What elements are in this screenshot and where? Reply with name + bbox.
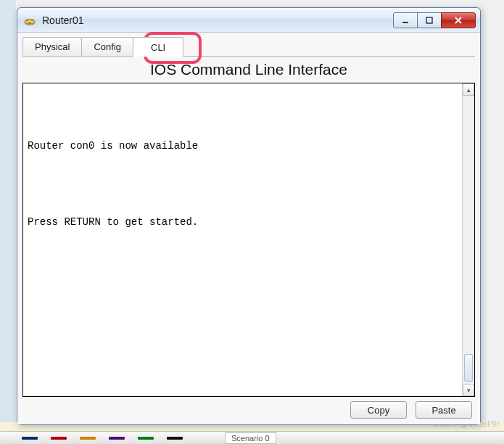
terminal-line	[28, 128, 458, 141]
tool-swatch	[51, 437, 67, 440]
close-button[interactable]	[441, 12, 476, 28]
terminal-line	[28, 292, 458, 305]
titlebar[interactable]: Router01	[17, 8, 480, 33]
router-window: Router01 Physical Config CLI IOS	[17, 7, 481, 425]
tool-swatch	[167, 437, 183, 440]
terminal-line	[28, 165, 458, 178]
terminal-line	[28, 318, 458, 331]
tool-swatch	[22, 437, 38, 440]
scroll-thumb[interactable]	[464, 354, 473, 382]
svg-point-1	[25, 19, 35, 23]
maximize-button[interactable]	[417, 12, 442, 28]
tab-bar: Physical Config CLI	[22, 36, 475, 57]
terminal-line	[28, 191, 458, 204]
tool-swatch	[80, 437, 96, 440]
copy-button[interactable]: Copy	[350, 401, 407, 419]
minimize-button[interactable]	[393, 12, 418, 28]
client-area: Physical Config CLI IOS Command Line Int…	[17, 33, 480, 424]
terminal-line	[28, 242, 458, 255]
scroll-down-arrow-icon[interactable]: ▾	[463, 384, 474, 396]
window-title: Router01	[42, 15, 394, 26]
background-left-stripe	[0, 0, 16, 444]
tab-config[interactable]: Config	[81, 37, 133, 56]
svg-rect-3	[426, 17, 432, 23]
terminal-line	[28, 178, 458, 192]
terminal-line: Router con0 is now available	[28, 140, 458, 153]
terminal-line	[28, 115, 458, 128]
pane-title: IOS Command Line Interface	[22, 61, 475, 78]
window-controls	[394, 12, 476, 28]
tool-swatch	[138, 437, 154, 440]
terminal-line	[28, 280, 458, 293]
paste-button[interactable]: Paste	[416, 401, 472, 419]
terminal-line	[28, 305, 458, 318]
tab-physical[interactable]: Physical	[22, 37, 82, 56]
terminal-output[interactable]: Router con0 is now availablePress RETURN…	[23, 83, 462, 396]
scenario-label: Scenario 0	[225, 432, 276, 444]
terminal-line	[28, 267, 458, 280]
tab-label: Physical	[35, 41, 70, 52]
terminal-line	[28, 102, 458, 115]
terminal-line	[28, 204, 458, 217]
svg-rect-2	[402, 22, 408, 23]
tab-label: Config	[94, 41, 121, 52]
terminal-line	[28, 255, 458, 268]
tab-cli[interactable]: CLI	[133, 37, 183, 57]
terminal-line: Press RETURN to get started.	[28, 216, 458, 229]
tool-swatch	[109, 437, 125, 440]
tab-label: CLI	[151, 42, 165, 53]
terminal-line	[28, 89, 458, 102]
button-row: Copy Paste	[22, 401, 475, 419]
scroll-up-arrow-icon[interactable]: ▴	[463, 83, 474, 96]
background-toolbar: Scenario 0	[0, 431, 504, 444]
terminal-line	[28, 229, 458, 242]
router-icon	[23, 14, 36, 27]
terminal-container: Router con0 is now availablePress RETURN…	[22, 83, 475, 397]
terminal-scrollbar[interactable]: ▴ ▾	[462, 83, 474, 396]
terminal-line	[28, 153, 458, 166]
